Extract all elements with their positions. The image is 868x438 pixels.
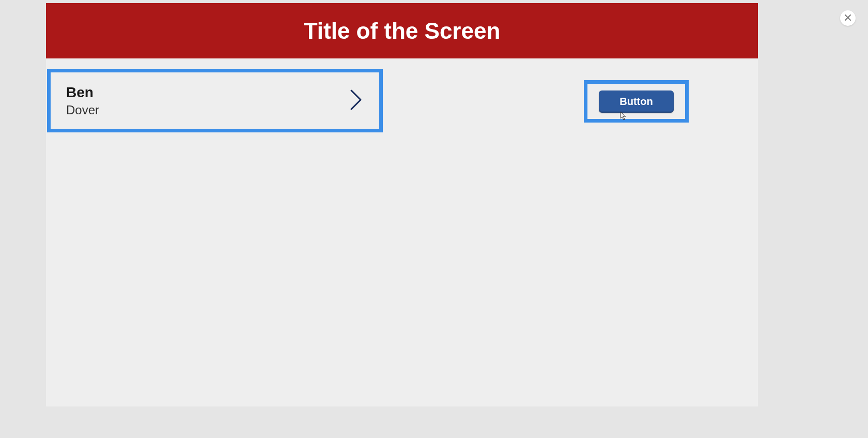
list-item-title: Ben	[66, 84, 99, 101]
close-button[interactable]	[840, 10, 856, 26]
content-area: Ben Dover Button	[46, 58, 758, 69]
list-item-card[interactable]: Ben Dover	[47, 69, 383, 132]
chevron-right-icon	[349, 88, 364, 113]
screen-title: Title of the Screen	[304, 18, 501, 44]
button-highlight-frame: Button	[584, 80, 689, 123]
list-item-subtitle: Dover	[66, 103, 99, 117]
list-item-text: Ben Dover	[66, 84, 99, 117]
action-button[interactable]: Button	[599, 90, 673, 113]
screen-container: Title of the Screen Ben Dover Button	[46, 3, 758, 406]
close-icon	[844, 14, 851, 23]
title-bar: Title of the Screen	[46, 3, 758, 58]
